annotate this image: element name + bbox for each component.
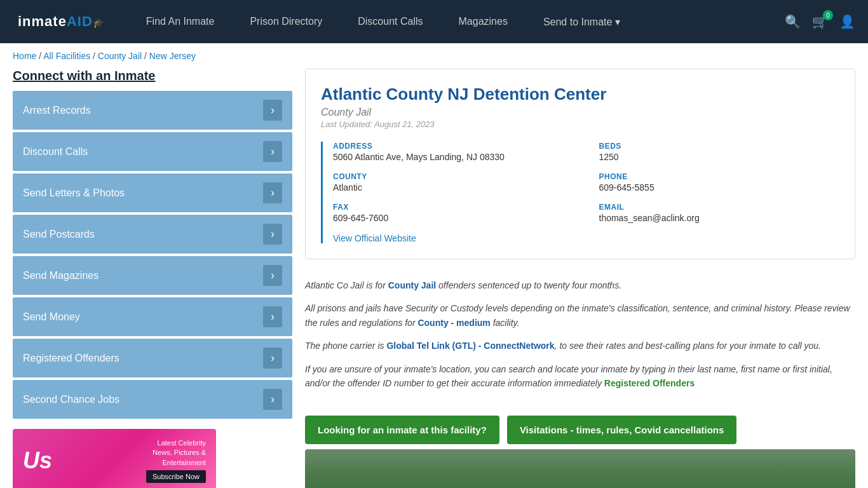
sidebar-label-arrest-records: Arrest Records: [23, 105, 91, 116]
breadcrumb: Home / All Facilities / County Jail / Ne…: [0, 43, 868, 69]
breadcrumb-all-facilities[interactable]: All Facilities: [43, 51, 90, 61]
desc-para3-pre: The phone carrier is: [305, 341, 386, 351]
detail-phone: PHONE 609-645-5855: [599, 172, 840, 193]
sidebar: Connect with an Inmate Arrest Records › …: [13, 69, 292, 488]
nav-find-inmate[interactable]: Find An Inmate: [128, 0, 233, 43]
sidebar-item-send-money[interactable]: Send Money ›: [13, 297, 292, 336]
cta-buttons: Looking for an inmate at this facility? …: [305, 416, 855, 444]
sidebar-label-discount-calls: Discount Calls: [23, 146, 88, 158]
cart-badge: 0: [823, 10, 833, 20]
county-value: Atlantic: [333, 182, 574, 193]
desc-para2: All prisons and jails have Security or C…: [305, 301, 855, 330]
ad-subscribe-button[interactable]: Subscribe Now: [146, 470, 206, 483]
chevron-right-icon: ›: [263, 265, 282, 286]
logo[interactable]: inmateAID🎓: [13, 11, 109, 32]
desc-gtl-link[interactable]: Global Tel Link (GTL) - ConnectNetwork: [386, 341, 554, 351]
user-icon[interactable]: 👤: [839, 14, 855, 29]
ad-line1: Latest Celebrity: [146, 438, 206, 448]
nav-magazines[interactable]: Magazines: [441, 0, 526, 43]
detail-email: EMAIL thomas_sean@aclink.org: [599, 203, 840, 223]
ad-logo: Us: [23, 447, 52, 474]
fax-label: FAX: [333, 203, 574, 212]
desc-registered-offenders-link[interactable]: Registered Offenders: [604, 378, 695, 388]
beds-label: BEDS: [599, 142, 840, 151]
breadcrumb-home[interactable]: Home: [13, 51, 36, 61]
sidebar-label-registered-offenders: Registered Offenders: [23, 353, 119, 364]
facility-title: Atlantic County NJ Detention Center: [321, 85, 839, 104]
nav-icons: 🔍 🛒 0 👤: [785, 14, 855, 29]
sidebar-menu: Arrest Records › Discount Calls › Send L…: [13, 91, 292, 419]
desc-para2-text: All prisons and jails have Security or C…: [305, 303, 850, 327]
county-label: COUNTY: [333, 172, 574, 181]
address-value: 5060 Atlantic Ave, Mays Landing, NJ 0833…: [333, 152, 574, 162]
phone-value: 609-645-5855: [599, 182, 840, 193]
facility-details: ADDRESS 5060 Atlantic Ave, Mays Landing,…: [321, 142, 839, 243]
logo-text: inmateAID🎓: [18, 13, 104, 29]
sidebar-label-send-magazines: Send Magazines: [23, 270, 98, 281]
desc-para4-pre: If you are unsure of your inmate's locat…: [305, 364, 832, 388]
desc-para4: If you are unsure of your inmate's locat…: [305, 362, 855, 391]
sidebar-item-arrest-records[interactable]: Arrest Records ›: [13, 91, 292, 130]
navigation: inmateAID🎓 Find An Inmate Prison Directo…: [0, 0, 868, 43]
sidebar-label-send-letters: Send Letters & Photos: [23, 187, 125, 199]
facility-card: Atlantic County NJ Detention Center Coun…: [305, 69, 855, 259]
detail-website: View Official Website: [333, 233, 839, 243]
facility-last-updated: Last Updated: August 21, 2023: [321, 119, 839, 129]
ad-banner[interactable]: Us Latest Celebrity News, Pictures & Ent…: [13, 429, 216, 488]
desc-para3-post: , to see their rates and best-calling pl…: [555, 341, 821, 351]
detail-fax: FAX 609-645-7600: [333, 203, 574, 223]
address-label: ADDRESS: [333, 142, 574, 151]
aerial-image: [305, 449, 855, 488]
detail-address: ADDRESS 5060 Atlantic Ave, Mays Landing,…: [333, 142, 574, 162]
content: Atlantic County NJ Detention Center Coun…: [305, 69, 855, 488]
cart-icon[interactable]: 🛒 0: [812, 14, 828, 29]
desc-para1: Atlantic Co Jail is for County Jail offe…: [305, 278, 855, 292]
desc-para1-post: offenders sentenced up to twenty four mo…: [436, 280, 621, 290]
chevron-right-icon: ›: [263, 141, 282, 162]
nav-links: Find An Inmate Prison Directory Discount…: [128, 0, 785, 43]
email-value: thomas_sean@aclink.org: [599, 213, 840, 223]
sidebar-item-send-letters[interactable]: Send Letters & Photos ›: [13, 173, 292, 212]
email-label: EMAIL: [599, 203, 840, 212]
search-icon[interactable]: 🔍: [785, 14, 801, 29]
desc-county-jail-link[interactable]: County Jail: [388, 280, 436, 290]
sidebar-item-second-chance-jobs[interactable]: Second Chance Jobs ›: [13, 380, 292, 419]
sidebar-item-send-magazines[interactable]: Send Magazines ›: [13, 256, 292, 295]
desc-para3: The phone carrier is Global Tel Link (GT…: [305, 339, 855, 353]
desc-para1-pre: Atlantic Co Jail is for: [305, 280, 388, 290]
chevron-right-icon: ›: [263, 306, 282, 327]
breadcrumb-state[interactable]: New Jersey: [149, 51, 196, 61]
sidebar-label-send-money: Send Money: [23, 311, 80, 323]
desc-para2-post: facility.: [491, 318, 520, 328]
chevron-right-icon: ›: [263, 224, 282, 245]
detail-county: COUNTY Atlantic: [333, 172, 574, 193]
sidebar-item-send-postcards[interactable]: Send Postcards ›: [13, 215, 292, 254]
nav-prison-directory[interactable]: Prison Directory: [232, 0, 340, 43]
chevron-right-icon: ›: [263, 182, 282, 203]
nav-discount-calls[interactable]: Discount Calls: [340, 0, 440, 43]
breadcrumb-county-jail[interactable]: County Jail: [98, 51, 142, 61]
fax-value: 609-645-7600: [333, 213, 574, 223]
ad-text-block: Latest Celebrity News, Pictures & Entert…: [146, 438, 206, 483]
nav-send-to-inmate[interactable]: Send to Inmate ▾: [526, 0, 638, 43]
sidebar-item-discount-calls[interactable]: Discount Calls ›: [13, 132, 292, 171]
view-website-link[interactable]: View Official Website: [333, 233, 416, 243]
detail-beds: BEDS 1250: [599, 142, 840, 162]
description-block: Atlantic Co Jail is for County Jail offe…: [305, 272, 855, 405]
main-layout: Connect with an Inmate Arrest Records › …: [0, 69, 868, 488]
chevron-right-icon: ›: [263, 348, 282, 369]
desc-county-medium-link[interactable]: County - medium: [417, 318, 490, 328]
chevron-right-icon: ›: [263, 389, 282, 410]
ad-line2: News, Pictures &: [146, 448, 206, 458]
chevron-right-icon: ›: [263, 100, 282, 121]
visitations-button[interactable]: Visitations - times, rules, Covid cancel…: [507, 416, 737, 444]
sidebar-label-second-chance-jobs: Second Chance Jobs: [23, 394, 119, 405]
facility-type: County Jail: [321, 107, 839, 118]
ad-line3: Entertainment: [146, 458, 206, 468]
sidebar-label-send-postcards: Send Postcards: [23, 229, 95, 240]
phone-label: PHONE: [599, 172, 840, 181]
beds-value: 1250: [599, 152, 840, 162]
looking-for-inmate-button[interactable]: Looking for an inmate at this facility?: [305, 416, 499, 444]
sidebar-item-registered-offenders[interactable]: Registered Offenders ›: [13, 339, 292, 377]
sidebar-title: Connect with an Inmate: [13, 69, 292, 83]
